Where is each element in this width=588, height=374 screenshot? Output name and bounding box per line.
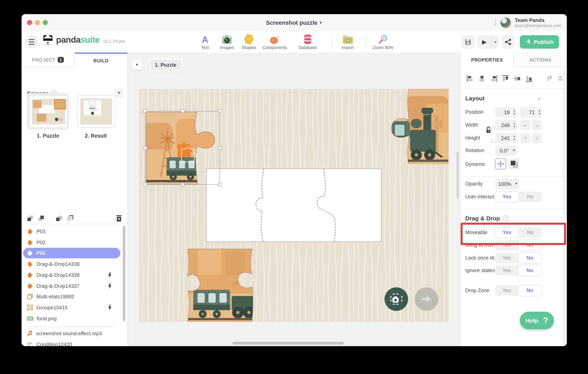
nudge-down-button[interactable]: ↓: [532, 133, 542, 143]
canvas-vertical-scrollbar[interactable]: [457, 152, 459, 199]
nudge-right-button[interactable]: →: [532, 120, 542, 130]
user-interaction-toggle[interactable]: Yes No: [495, 192, 542, 202]
toggle-yes[interactable]: Yes: [495, 285, 518, 296]
resize-handle[interactable]: [218, 183, 221, 186]
canvas-screen-tab[interactable]: 1. Puzzle: [148, 58, 183, 71]
nudge-up-button[interactable]: ↑: [520, 133, 530, 143]
drop-zone-toggle[interactable]: Yes No: [495, 285, 542, 296]
delete-layer-icon[interactable]: [116, 215, 122, 222]
moveable-toggle[interactable]: Yes No: [495, 227, 542, 238]
kebab-menu-icon[interactable]: [495, 20, 496, 25]
align-top-icon[interactable]: [502, 75, 509, 82]
layer-row[interactable]: Drag-&-Drop14338: [23, 270, 120, 280]
position-y-input[interactable]: 71 ▲▼: [520, 107, 542, 117]
project-title-menu[interactable]: Screenshot puzzle▼: [21, 14, 567, 31]
lock-once-dropped-toggle[interactable]: Yes No: [495, 253, 542, 263]
screen-switcher-caret[interactable]: ▼: [132, 60, 142, 70]
dynamic-move-button[interactable]: [495, 158, 506, 169]
height-input[interactable]: 245 ▲▼: [495, 133, 517, 143]
bring-to-front-toggle[interactable]: Yes No: [495, 240, 542, 250]
main-menu-button[interactable]: [25, 35, 38, 48]
stepper-icon[interactable]: ▲▼: [536, 107, 542, 117]
selection-bounding-box[interactable]: [145, 111, 220, 185]
toggle-yes[interactable]: Yes: [495, 265, 518, 276]
ignore-states-toggle[interactable]: Yes No: [495, 265, 542, 276]
stepper-icon[interactable]: ▲▼: [511, 133, 517, 143]
tab-actions[interactable]: ACTIONS: [514, 53, 567, 67]
collapse-layout-chevron-icon[interactable]: ⌄: [537, 96, 541, 101]
toggle-yes[interactable]: Yes: [495, 227, 519, 238]
dynamic-resize-button[interactable]: [508, 158, 519, 169]
opacity-select[interactable]: 100% ▼: [495, 179, 519, 189]
resize-handle[interactable]: [181, 183, 185, 186]
save-button[interactable]: [461, 35, 475, 49]
layer-row[interactable]: Drag-&-Drop14339: [23, 259, 120, 269]
account-menu[interactable]: Team Panda team@beingenious.com: [495, 14, 561, 31]
toggle-no[interactable]: No: [519, 227, 542, 238]
screen-thumbnail-result[interactable]: Bravo: [75, 93, 117, 129]
play-options-caret-icon[interactable]: ▼: [492, 40, 499, 44]
tool-database[interactable]: Database: [293, 34, 322, 50]
screen-thumbnail-puzzle[interactable]: [27, 93, 69, 129]
tool-shapes[interactable]: Shapes: [234, 34, 263, 50]
resize-handle[interactable]: [144, 146, 147, 150]
toggle-no[interactable]: No: [518, 265, 542, 276]
next-arrow-button[interactable]: [415, 287, 438, 311]
align-right-icon[interactable]: [490, 75, 497, 82]
layer-row[interactable]: screenshot-sound-effect.mp3: [23, 328, 120, 339]
layout-section-heading[interactable]: Layout: [465, 95, 484, 102]
distribute-h-icon[interactable]: [546, 75, 552, 82]
toggle-no[interactable]: No: [519, 192, 542, 202]
tool-import[interactable]: Import: [333, 34, 362, 50]
layer-row-selected[interactable]: P01: [23, 248, 120, 258]
resize-handle[interactable]: [144, 109, 147, 113]
width-input[interactable]: 249 ▲▼: [495, 120, 517, 130]
tool-components[interactable]: Components: [260, 34, 289, 50]
layer-row[interactable]: Multi-etats19992: [23, 291, 120, 302]
resize-handle[interactable]: [218, 109, 221, 113]
canvas-area[interactable]: ▼ 1. Puzzle: [128, 53, 461, 346]
bring-forward-icon[interactable]: [27, 215, 34, 222]
align-center-h-icon[interactable]: [479, 75, 485, 82]
toggle-yes[interactable]: Yes: [495, 191, 519, 203]
align-middle-v-icon[interactable]: [514, 75, 521, 82]
puzzle-background[interactable]: [139, 89, 449, 322]
resize-handle[interactable]: [218, 146, 221, 150]
resize-handle[interactable]: [181, 109, 185, 113]
tool-zoom[interactable]: Zoom 80%: [368, 34, 398, 50]
toggle-no[interactable]: No: [518, 239, 542, 251]
puzzle-piece-wagon[interactable]: [186, 247, 254, 322]
toggle-yes[interactable]: Yes: [495, 240, 518, 250]
preview-play-button[interactable]: ▶ ▼: [477, 35, 499, 49]
publish-button[interactable]: Publish: [520, 35, 559, 49]
screenshot-camera-button[interactable]: [385, 287, 408, 311]
tab-properties[interactable]: PROPERTIES: [461, 53, 514, 67]
properties-scrollbar[interactable]: [563, 69, 566, 344]
send-backward-icon[interactable]: [56, 215, 62, 222]
toggle-yes[interactable]: Yes: [495, 253, 518, 263]
rotation-select[interactable]: 0.0° ▼: [495, 145, 517, 156]
align-left-icon[interactable]: [467, 75, 473, 82]
layer-row[interactable]: Groupe10415: [23, 302, 120, 313]
tab-build[interactable]: BUILD: [75, 53, 127, 67]
align-bottom-icon[interactable]: [526, 75, 532, 82]
resize-handle[interactable]: [144, 183, 147, 186]
send-to-back-icon[interactable]: [67, 215, 73, 222]
help-button[interactable]: Help ?: [520, 312, 554, 329]
layer-row[interactable]: ?° Condition12420: [23, 339, 120, 346]
layer-row[interactable]: P02: [23, 237, 120, 248]
puzzle-drop-zone[interactable]: [206, 169, 381, 242]
bring-to-front-icon[interactable]: [38, 215, 45, 222]
stepper-icon[interactable]: ▲▼: [511, 120, 517, 130]
puzzle-piece-engine[interactable]: [390, 89, 449, 164]
layer-row[interactable]: Drag-&-Drop14337: [23, 281, 120, 291]
sidebar-scrollbar[interactable]: [123, 226, 126, 321]
share-button[interactable]: [501, 35, 515, 49]
tab-project[interactable]: PROJECT 1: [21, 53, 75, 67]
canvas-horizontal-scrollbar[interactable]: [232, 342, 344, 345]
nudge-left-button[interactable]: ←: [520, 120, 530, 130]
toggle-no[interactable]: No: [518, 252, 542, 264]
layer-row[interactable]: P03: [23, 226, 120, 237]
aspect-lock-icon[interactable]: [486, 126, 491, 133]
avatar[interactable]: [500, 17, 511, 28]
